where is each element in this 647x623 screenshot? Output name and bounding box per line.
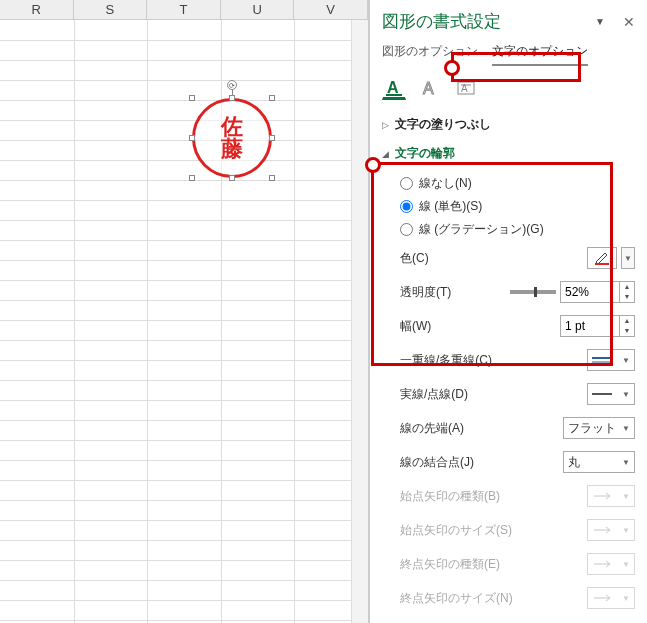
label-join: 線の結合点(J) xyxy=(400,454,474,471)
svg-rect-1 xyxy=(386,94,402,96)
cap-type-select[interactable]: フラット▼ xyxy=(563,417,635,439)
label-compound: 一重線/多重線(C) xyxy=(400,352,492,369)
compound-line-dropdown[interactable]: ▼ xyxy=(587,349,635,371)
vertical-scrollbar[interactable] xyxy=(351,20,368,623)
textbox-icon[interactable]: A xyxy=(454,76,478,100)
column-headers: R S T U V xyxy=(0,0,368,20)
spreadsheet-grid[interactable]: R S T U V document.write(Array.from({len… xyxy=(0,0,369,623)
label-dash: 実線/点線(D) xyxy=(400,386,468,403)
text-fill-outline-icon[interactable]: A xyxy=(382,76,406,100)
col-header[interactable]: V xyxy=(294,0,368,19)
chevron-down-icon: ◢ xyxy=(382,149,389,159)
col-header[interactable]: T xyxy=(147,0,221,19)
label-begin-arrow-size: 始点矢印のサイズ(S) xyxy=(400,522,512,539)
join-type-select[interactable]: 丸▼ xyxy=(563,451,635,473)
col-header[interactable]: U xyxy=(221,0,295,19)
format-shape-pane: 図形の書式設定 ▼ ✕ 図形のオプション 文字のオプション A A A ▷ 文字… xyxy=(369,0,647,623)
pane-title: 図形の書式設定 xyxy=(382,10,589,33)
label-color: 色(C) xyxy=(400,250,429,267)
text-effects-icon[interactable]: A xyxy=(418,76,442,100)
end-arrow-type-dropdown: ▼ xyxy=(587,553,635,575)
color-dropdown-icon[interactable]: ▼ xyxy=(621,247,635,269)
label-cap: 線の先端(A) xyxy=(400,420,464,437)
label-transparency: 透明度(T) xyxy=(400,284,451,301)
svg-text:A: A xyxy=(423,80,434,97)
tab-shape-options[interactable]: 図形のオプション xyxy=(382,43,478,66)
close-icon[interactable]: ✕ xyxy=(623,14,635,30)
begin-arrow-type-dropdown: ▼ xyxy=(587,485,635,507)
label-begin-arrow-type: 始点矢印の種類(B) xyxy=(400,488,500,505)
begin-arrow-size-dropdown: ▼ xyxy=(587,519,635,541)
radio-solid-line[interactable]: 線 (単色)(S) xyxy=(400,195,635,218)
cells-area[interactable]: document.write(Array.from({length:30},(_… xyxy=(0,20,368,623)
transparency-slider[interactable] xyxy=(510,290,556,294)
svg-rect-6 xyxy=(595,263,609,265)
stamp-text: 藤 xyxy=(221,138,243,160)
stamp-text: 佐 xyxy=(221,116,243,138)
color-picker[interactable] xyxy=(587,247,617,269)
pane-dropdown-icon[interactable]: ▼ xyxy=(595,16,605,27)
label-end-arrow-size: 終点矢印のサイズ(N) xyxy=(400,590,513,607)
section-text-fill[interactable]: ▷ 文字の塗りつぶし xyxy=(370,110,647,139)
rotate-handle-icon[interactable]: ⟳ xyxy=(227,80,237,90)
end-arrow-size-dropdown: ▼ xyxy=(587,587,635,609)
radio-gradient-line[interactable]: 線 (グラデーション)(G) xyxy=(400,218,635,241)
col-header[interactable]: R xyxy=(0,0,74,19)
chevron-right-icon: ▷ xyxy=(382,120,389,130)
dash-type-dropdown[interactable]: ▼ xyxy=(587,383,635,405)
svg-text:A: A xyxy=(387,79,399,96)
radio-no-line[interactable]: 線なし(N) xyxy=(400,172,635,195)
tab-text-options[interactable]: 文字のオプション xyxy=(492,43,588,66)
label-width: 幅(W) xyxy=(400,318,431,335)
section-text-outline[interactable]: ◢ 文字の輪郭 xyxy=(370,139,647,168)
stamp-shape[interactable]: ⟳ 佐藤 xyxy=(192,98,272,178)
label-end-arrow-type: 終点矢印の種類(E) xyxy=(400,556,500,573)
transparency-input[interactable]: ▲▼ xyxy=(560,281,635,303)
col-header[interactable]: S xyxy=(74,0,148,19)
width-input[interactable]: ▲▼ xyxy=(560,315,635,337)
